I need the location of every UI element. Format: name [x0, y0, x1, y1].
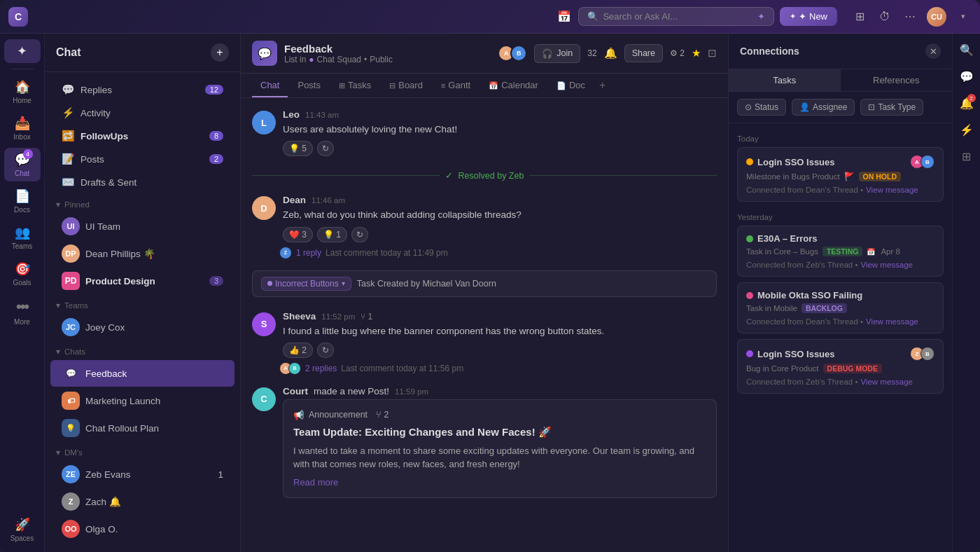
filter-tasktype[interactable]: ⊡ Task Type: [860, 99, 923, 116]
right-search-icon[interactable]: 🔍: [956, 39, 977, 60]
join-button[interactable]: 🎧 Join: [534, 44, 580, 63]
chat-item-rollout[interactable]: 💡 Chat Rollout Plan: [50, 415, 234, 441]
dean-msg-name: Dean: [283, 195, 306, 205]
reaction-heart-3[interactable]: ❤️ 3: [283, 227, 313, 242]
chat-item-feedback[interactable]: 💬 Feedback: [50, 360, 234, 387]
member-avatar-2: B: [510, 45, 527, 62]
conn-card-login-sso-avatars: A B: [913, 155, 934, 169]
read-more-link[interactable]: Read more: [293, 477, 706, 488]
conn-card-login-sso-footer: Connected from Dean's Thread • View mess…: [746, 186, 934, 194]
sidebar-item-home[interactable]: 🏠 Home: [4, 75, 41, 109]
yesterday-label: Yesterday: [737, 207, 944, 226]
sidebar-item-spaces[interactable]: 🚀 Spaces: [4, 513, 41, 546]
milestone-label: Milestone in Bugs Product: [746, 172, 840, 181]
new-button[interactable]: ✦ ✦ New: [780, 7, 837, 26]
tab-tasks[interactable]: ⊞Tasks: [330, 74, 379, 97]
user-avatar[interactable]: CU: [927, 7, 946, 27]
sidebar-item-chat[interactable]: 💬 4 Chat: [4, 148, 41, 181]
zeb-avatar: ZE: [62, 465, 80, 483]
chat-channel-sub: List in ● Chat Squad • Public: [284, 55, 393, 64]
conn-card-e30a-sub: Task in Core – Bugs TESTING 📅 Apr 8: [746, 247, 934, 256]
reaction-bulb-5[interactable]: 💡 5: [283, 141, 313, 156]
share-button[interactable]: Share: [624, 44, 663, 62]
tab-calendar[interactable]: 📅Calendar: [480, 74, 547, 97]
task-tag-dot: [267, 281, 272, 286]
conn-tab-tasks[interactable]: Tasks: [729, 69, 841, 91]
reaction-spinner-2[interactable]: ↻: [351, 227, 368, 242]
clock-icon[interactable]: ⏱: [876, 8, 893, 25]
add-tab-button[interactable]: +: [595, 74, 610, 97]
chat-item-marketing[interactable]: 🏷 Marketing Launch: [50, 387, 234, 414]
view-message-link-2[interactable]: View message: [860, 261, 913, 269]
tab-doc[interactable]: 📄Doc: [548, 74, 594, 97]
joey-avatar: JC: [62, 318, 80, 336]
tab-posts[interactable]: Posts: [289, 74, 329, 97]
view-message-link-1[interactable]: View message: [866, 186, 918, 194]
dms-section-header[interactable]: ▾ DM's: [45, 442, 240, 460]
grid-icon[interactable]: ⊞: [851, 8, 868, 25]
layout-icon[interactable]: ⊡: [708, 47, 717, 60]
reaction-thumbs-2[interactable]: 👍 2: [283, 343, 313, 358]
pinned-section-header[interactable]: ▾ Pinned: [45, 194, 240, 212]
dean-reactions: ❤️ 3 💡 1 ↻: [283, 227, 717, 242]
conn-tab-references[interactable]: References: [841, 69, 953, 91]
teams-section-header[interactable]: ▾ Teams: [45, 295, 240, 313]
tab-board[interactable]: ⊟Board: [381, 74, 431, 97]
view-message-link-3[interactable]: View message: [866, 317, 918, 326]
conn-card-e30a-header: E30A – Errors: [746, 233, 934, 244]
right-grid-icon[interactable]: ⊞: [956, 146, 977, 167]
sheeva-reply-count: 2 replies: [305, 364, 337, 373]
followups-label: FollowUps: [80, 131, 128, 142]
sidebar-item-docs[interactable]: 📄 Docs: [4, 184, 41, 218]
view-message-link-4[interactable]: View message: [860, 378, 913, 386]
dm-item-zeb[interactable]: ZE Zeb Evans 1: [50, 461, 234, 488]
conn-dot-orange: [746, 158, 753, 165]
sidebar-item-drafts[interactable]: ✉️ Drafts & Sent: [50, 171, 234, 193]
dean-avatar: DP: [62, 244, 80, 263]
chats-section-header[interactable]: ▾ Chats: [45, 341, 240, 359]
dm-item-zach[interactable]: Z Zach 🔔: [50, 488, 234, 515]
announcement-header: 📢 Announcement ⑂ 2: [293, 410, 706, 420]
sidebar-item-joey-cox[interactable]: JC Joey Cox: [50, 314, 234, 340]
dm-item-olga[interactable]: OO Olga O.: [50, 516, 234, 542]
new-chat-button[interactable]: +: [211, 43, 229, 62]
star-icon[interactable]: ★: [692, 47, 701, 60]
sidebar-item-posts[interactable]: 📝 Posts 2: [50, 148, 234, 170]
reaction-spinner-1[interactable]: ↻: [317, 141, 334, 156]
reply-avatar-b: B: [288, 362, 301, 375]
more-icon: •••: [16, 298, 28, 316]
right-chat-icon[interactable]: 💬: [956, 66, 977, 87]
filter-status[interactable]: ⊙ Status: [737, 99, 786, 116]
calendar-icon[interactable]: 📅: [556, 8, 573, 25]
sheeva-reply[interactable]: A B 2 replies Last comment today at 11:5…: [283, 362, 717, 375]
tasks-tab-icon: ⊞: [339, 81, 345, 90]
pinned-item-dean-phillips[interactable]: DP Dean Phillips 🌴: [50, 240, 234, 267]
sidebar-item-logo[interactable]: ✦: [4, 39, 41, 63]
sidebar-item-more[interactable]: ••• More: [4, 294, 41, 330]
connections-close-button[interactable]: ✕: [925, 43, 941, 59]
dean-reply[interactable]: Z 1 reply Last comment today at 11:49 pm: [283, 247, 717, 259]
sidebar-item-goals[interactable]: 🎯 Goals: [4, 257, 41, 291]
sidebar-item-activity[interactable]: ⚡ Activity: [50, 102, 234, 124]
filter-assignee[interactable]: 👤 Assignee: [792, 99, 855, 116]
dean-reply-avatars: Z: [283, 247, 292, 259]
right-activity-icon[interactable]: ⚡: [956, 119, 977, 140]
chevron-icon[interactable]: ▾: [955, 8, 972, 25]
task-tag[interactable]: Incorrect Buttons ▾: [261, 277, 351, 291]
apps-icon[interactable]: ⋯: [902, 8, 918, 25]
reaction-spinner-3[interactable]: ↻: [317, 343, 334, 358]
right-bell-icon[interactable]: 🔔 2: [956, 92, 977, 113]
tab-gantt[interactable]: ≡Gantt: [433, 74, 479, 97]
chat-tabs: Chat Posts ⊞Tasks ⊟Board ≡Gantt 📅Calenda…: [241, 74, 728, 98]
search-bar[interactable]: 🔍 Search or Ask AI... ✦: [578, 7, 774, 26]
resolved-text: Resolved by Zeb: [458, 171, 524, 181]
sidebar-item-inbox[interactable]: 📥 Inbox: [4, 111, 41, 145]
sidebar-item-teams[interactable]: 👥 Teams: [4, 221, 41, 254]
bell-icon[interactable]: 🔔: [604, 47, 617, 60]
pinned-item-product-design[interactable]: PD Product Design 3: [50, 268, 234, 294]
reaction-bulb-1[interactable]: 💡 1: [317, 227, 347, 242]
sidebar-item-replies[interactable]: 💬 Replies 12: [50, 78, 234, 101]
pinned-item-ui-team[interactable]: UI UI Team: [50, 213, 234, 240]
sidebar-item-followups[interactable]: 🔁 FollowUps 8: [50, 125, 234, 147]
tab-chat[interactable]: Chat: [252, 74, 288, 97]
